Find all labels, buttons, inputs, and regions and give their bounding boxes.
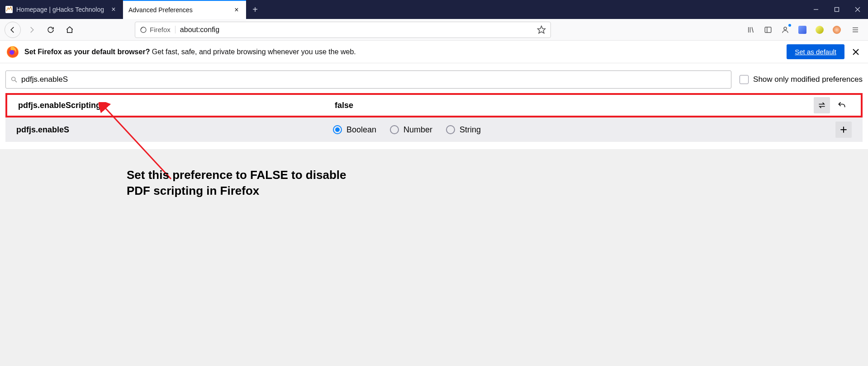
url-input[interactable] [175,26,537,34]
pref-name: pdfjs.enableS [16,125,333,135]
row-actions [835,122,852,138]
identity-box[interactable]: Firefox [140,26,175,33]
svg-rect-2 [835,8,839,12]
tab-close-icon[interactable]: × [109,5,118,14]
notification-bold: Set Firefox as your default browser? [24,48,150,56]
maximize-button[interactable] [826,0,847,19]
default-browser-notification: Set Firefox as your default browser? Get… [0,41,868,63]
extension-cube-icon [798,26,806,34]
set-default-button[interactable]: Set as default [787,44,844,59]
notification-rest: Get fast, safe, and private browsing whe… [150,48,356,56]
pref-row-new[interactable]: pdfjs.enableS Boolean Number String [5,117,863,142]
checkbox-icon[interactable] [740,75,749,84]
svg-point-20 [12,77,15,81]
show-modified-toggle[interactable]: Show only modified preferences [740,75,863,84]
reset-button[interactable] [834,97,850,113]
radio-icon [333,125,342,134]
annotation-text: Set this preference to FALSE to disable … [127,167,362,199]
svg-point-17 [9,50,14,55]
radio-boolean[interactable]: Boolean [333,125,376,135]
extension-3-button[interactable] [830,23,844,37]
svg-line-9 [752,27,753,33]
tab-ghacks[interactable]: Homepage | gHacks Technolog × [0,0,123,19]
extension-1-button[interactable] [796,23,809,37]
search-row: Show only modified preferences [5,70,863,89]
close-window-button[interactable] [847,0,868,19]
pref-row-enable-scripting[interactable]: pdfjs.enableScripting false [5,93,863,117]
svg-point-12 [784,27,787,30]
new-tab-button[interactable]: + [246,0,264,19]
library-button[interactable] [744,23,758,37]
add-pref-button[interactable] [835,122,852,138]
home-button[interactable] [62,22,78,38]
toolbar-right [744,22,863,38]
radio-icon [446,125,455,134]
firefox-logo-icon [6,46,19,58]
notification-dot-icon [788,24,791,27]
radio-label: Number [403,125,432,135]
show-modified-label: Show only modified preferences [753,75,863,84]
type-radio-group: Boolean Number String [333,125,481,135]
extension-2-button[interactable] [813,23,826,37]
pref-search-input[interactable] [21,75,726,84]
notification-text: Set Firefox as your default browser? Get… [24,48,781,56]
svg-line-21 [15,80,17,82]
minimize-button[interactable] [806,0,826,19]
ghacks-favicon-icon [5,6,13,13]
svg-rect-10 [765,27,771,33]
plus-icon [839,125,848,134]
tab-title: Advanced Preferences [128,6,230,14]
address-bar[interactable]: Firefox [135,22,551,38]
tab-aboutconfig[interactable]: Advanced Preferences × [123,0,246,19]
aboutconfig-content: Show only modified preferences pdfjs.ena… [0,63,868,149]
pref-search-box[interactable] [5,70,731,89]
radio-string[interactable]: String [446,125,481,135]
extension-circle-icon [816,26,824,34]
forward-button[interactable] [24,22,40,38]
reload-button[interactable] [43,22,59,38]
back-button[interactable] [5,22,21,38]
firefox-identity-icon [140,26,147,33]
radio-icon [390,125,399,134]
row-actions [814,97,850,113]
window-titlebar: Homepage | gHacks Technolog × Advanced P… [0,0,868,19]
bookmark-star-icon[interactable] [537,25,546,34]
extension-avatar-icon [833,26,841,34]
pref-name: pdfjs.enableScripting [18,101,335,110]
toggle-arrows-icon [817,101,826,110]
app-menu-button[interactable] [847,22,863,38]
identity-label: Firefox [150,26,171,33]
pref-value: false [335,101,353,110]
radio-label: String [460,125,481,135]
search-icon [10,76,18,83]
svg-marker-6 [538,26,545,33]
radio-label: Boolean [346,125,376,135]
account-button[interactable] [778,23,792,37]
radio-number[interactable]: Number [390,125,432,135]
window-controls [806,0,868,19]
tab-close-icon[interactable]: × [232,6,241,14]
toggle-button[interactable] [814,97,830,113]
sidebar-button[interactable] [761,23,775,37]
undo-icon [837,101,846,110]
notification-close-button[interactable] [850,46,862,58]
tab-title: Homepage | gHacks Technolog [16,6,107,13]
nav-toolbar: Firefox [0,19,868,41]
